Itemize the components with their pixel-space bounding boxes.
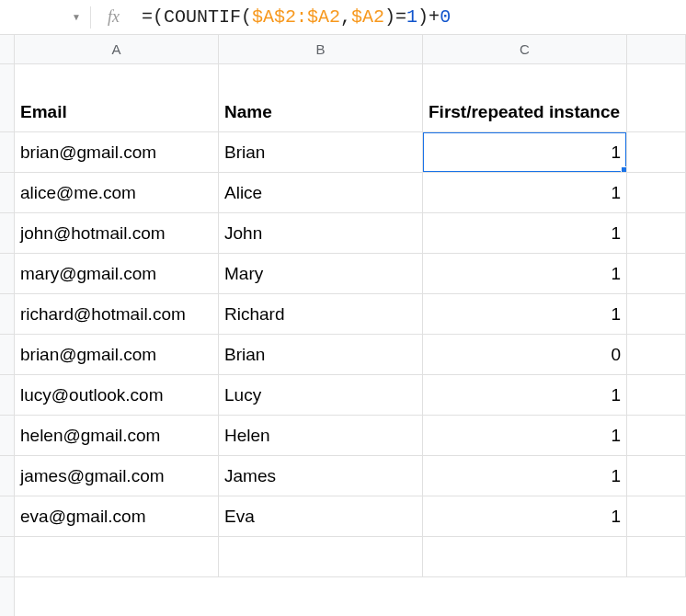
- chevron-down-icon: ▼: [72, 12, 81, 22]
- formula-text: )+: [417, 6, 440, 28]
- cell-instance[interactable]: 1: [423, 496, 627, 537]
- formula-input[interactable]: =(COUNTIF( $A$2:$A2 , $A2 )= 1 )+ 0: [142, 6, 451, 28]
- formula-number: 1: [406, 6, 417, 28]
- row-header[interactable]: [0, 213, 14, 254]
- cell-email[interactable]: brian@gmail.com: [15, 132, 219, 173]
- cell-instance[interactable]: 1: [423, 294, 627, 335]
- table-row: lucy@outlook.comLucy1: [15, 375, 686, 416]
- cell-empty[interactable]: [627, 132, 686, 173]
- cell-email[interactable]: mary@gmail.com: [15, 254, 219, 294]
- cell-empty[interactable]: [627, 537, 686, 577]
- row-header[interactable]: [0, 456, 14, 496]
- cell-name[interactable]: Alice: [219, 173, 423, 213]
- cell-empty[interactable]: [423, 537, 627, 577]
- cell-name[interactable]: James: [219, 456, 423, 496]
- cell-name[interactable]: Helen: [219, 416, 423, 456]
- table-row: helen@gmail.comHelen1: [15, 416, 686, 456]
- cell-instance[interactable]: 1: [423, 213, 627, 254]
- table-row: john@hotmail.comJohn1: [15, 213, 686, 254]
- cell-empty[interactable]: [627, 375, 686, 416]
- formula-bar: ▼ fx =(COUNTIF( $A$2:$A2 , $A2 )= 1 )+ 0: [0, 0, 686, 35]
- cell-empty[interactable]: [627, 456, 686, 496]
- cell-instance[interactable]: 1: [423, 375, 627, 416]
- row-header[interactable]: [0, 416, 14, 456]
- row-header[interactable]: [0, 132, 14, 173]
- table-header-row: EmailNameFirst/repeated instance: [15, 64, 686, 132]
- cell-email[interactable]: helen@gmail.com: [15, 416, 219, 456]
- formula-range: $A2: [351, 6, 384, 28]
- cell-empty[interactable]: [15, 537, 219, 577]
- header-email[interactable]: Email: [15, 64, 219, 132]
- cell-empty[interactable]: [627, 254, 686, 294]
- spreadsheet-grid: A B C EmailNameFirst/repeated instancebr…: [0, 35, 686, 616]
- table-row: alice@me.comAlice1: [15, 173, 686, 213]
- cell-empty[interactable]: [219, 537, 423, 577]
- column-headers: A B C: [15, 35, 686, 64]
- table-row: [15, 537, 686, 577]
- cell-name[interactable]: Lucy: [219, 375, 423, 416]
- cell-instance[interactable]: 1: [423, 456, 627, 496]
- cell-name[interactable]: Brian: [219, 335, 423, 375]
- cell-email[interactable]: lucy@outlook.com: [15, 375, 219, 416]
- row-header[interactable]: [0, 335, 14, 375]
- column-header-d[interactable]: [627, 35, 686, 63]
- column-header-c[interactable]: C: [423, 35, 627, 63]
- table-row: richard@hotmail.comRichard1: [15, 294, 686, 335]
- cell-email[interactable]: john@hotmail.com: [15, 213, 219, 254]
- header-name[interactable]: Name: [219, 64, 423, 132]
- column-header-a[interactable]: A: [15, 35, 219, 63]
- table-row: eva@gmail.comEva1: [15, 496, 686, 537]
- cell-instance[interactable]: 0: [423, 335, 627, 375]
- cell-email[interactable]: eva@gmail.com: [15, 496, 219, 537]
- cell-email[interactable]: richard@hotmail.com: [15, 294, 219, 335]
- column-header-b[interactable]: B: [219, 35, 423, 63]
- formula-number: 0: [440, 6, 451, 28]
- header-instance[interactable]: First/repeated instance: [423, 64, 627, 132]
- cell-name[interactable]: Richard: [219, 294, 423, 335]
- row-header[interactable]: [0, 537, 14, 577]
- cell-name[interactable]: John: [219, 213, 423, 254]
- cell-empty[interactable]: [627, 294, 686, 335]
- cell-instance[interactable]: 1: [423, 173, 627, 213]
- cell-email[interactable]: alice@me.com: [15, 173, 219, 213]
- cell-name[interactable]: Eva: [219, 496, 423, 537]
- name-box[interactable]: ▼: [7, 12, 90, 22]
- formula-text: =(COUNTIF(: [142, 6, 252, 28]
- table-row: brian@gmail.comBrian0: [15, 335, 686, 375]
- cell-empty[interactable]: [627, 335, 686, 375]
- cell-instance[interactable]: 1: [423, 416, 627, 456]
- row-header[interactable]: [0, 64, 14, 132]
- formula-text: ,: [340, 6, 351, 28]
- row-header[interactable]: [0, 173, 14, 213]
- row-header[interactable]: [0, 496, 14, 537]
- formula-text: )=: [384, 6, 406, 28]
- divider: [90, 6, 91, 29]
- cell-email[interactable]: brian@gmail.com: [15, 335, 219, 375]
- table-row: james@gmail.comJames1: [15, 456, 686, 496]
- table-row: brian@gmail.comBrian1: [15, 132, 686, 173]
- cell-email[interactable]: james@gmail.com: [15, 456, 219, 496]
- cell-empty[interactable]: [627, 173, 686, 213]
- row-gutter: [0, 35, 15, 616]
- table-row: mary@gmail.comMary1: [15, 254, 686, 294]
- fx-icon: fx: [108, 7, 120, 27]
- cell-instance[interactable]: 1: [423, 254, 627, 294]
- cell-empty[interactable]: [627, 213, 686, 254]
- cell-name[interactable]: Brian: [219, 132, 423, 173]
- cell-name[interactable]: Mary: [219, 254, 423, 294]
- cell-empty[interactable]: [627, 64, 686, 132]
- row-header[interactable]: [0, 254, 14, 294]
- cell-empty[interactable]: [627, 496, 686, 537]
- row-header[interactable]: [0, 294, 14, 335]
- formula-range: $A$2:$A2: [252, 6, 340, 28]
- corner-cell[interactable]: [0, 35, 14, 64]
- cell-empty[interactable]: [627, 416, 686, 456]
- row-header[interactable]: [0, 375, 14, 416]
- cell-instance[interactable]: 1: [423, 132, 627, 173]
